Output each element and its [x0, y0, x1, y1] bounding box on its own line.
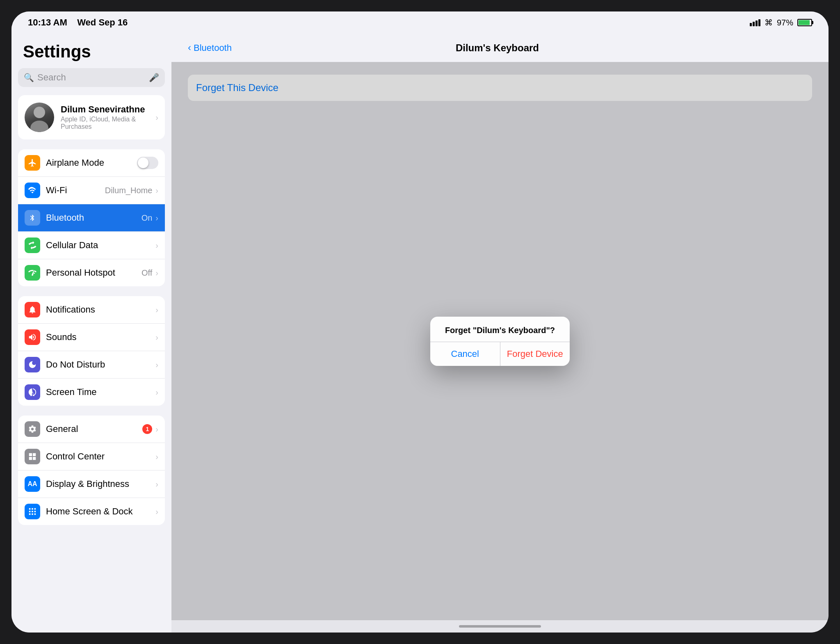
svg-rect-5	[29, 511, 31, 512]
sidebar-item-wifi[interactable]: Wi-Fi Dilum_Home ›	[18, 177, 165, 204]
homescreen-chevron: ›	[155, 507, 158, 516]
search-icon: 🔍	[24, 73, 34, 82]
signal-icon	[750, 19, 760, 26]
hotspot-label: Personal Hotspot	[46, 267, 142, 278]
wifi-label: Wi-Fi	[46, 185, 105, 196]
hotspot-icon	[25, 265, 40, 281]
notifications-icon	[25, 302, 40, 317]
sidebar-item-display[interactable]: AA Display & Brightness ›	[18, 470, 165, 498]
svg-rect-6	[32, 511, 33, 512]
notifications-label: Notifications	[46, 304, 155, 315]
bluetooth-chevron: ›	[155, 213, 158, 223]
sidebar-item-donotdisturb[interactable]: Do Not Disturb ›	[18, 351, 165, 379]
wifi-chevron: ›	[155, 186, 158, 195]
wifi-icon: ⌘	[765, 18, 773, 27]
wifi-value: Dilum_Home	[105, 186, 153, 195]
donotdisturb-label: Do Not Disturb	[46, 359, 155, 370]
status-bar: 10:13 AM Wed Sep 16 ⌘ 97%	[11, 11, 829, 34]
wifi-settings-icon	[25, 183, 40, 198]
microphone-icon[interactable]: 🎤	[149, 73, 159, 82]
controlcenter-label: Control Center	[46, 451, 155, 462]
sidebar-item-airplane-mode[interactable]: Airplane Mode	[18, 149, 165, 177]
display-label: Display & Brightness	[46, 479, 155, 489]
general-icon	[25, 421, 40, 437]
profile-chevron: ›	[155, 113, 158, 122]
bluetooth-label: Bluetooth	[46, 212, 142, 223]
status-time: 10:13 AM	[28, 17, 67, 27]
ipad-frame: 10:13 AM Wed Sep 16 ⌘ 97%	[0, 0, 840, 644]
back-chevron-icon: ‹	[188, 42, 191, 53]
sidebar-item-notifications[interactable]: Notifications ›	[18, 296, 165, 324]
screentime-label: Screen Time	[46, 387, 155, 397]
airplane-mode-icon	[25, 155, 40, 171]
display-icon: AA	[25, 476, 40, 492]
sounds-icon	[25, 329, 40, 345]
homescreen-icon	[25, 504, 40, 519]
status-date: Wed Sep 16	[77, 17, 128, 27]
svg-rect-8	[29, 514, 31, 515]
home-indicator	[171, 620, 829, 633]
battery-percent: 97%	[777, 18, 793, 27]
svg-rect-10	[34, 514, 36, 515]
sidebar-item-controlcenter[interactable]: Control Center ›	[18, 443, 165, 470]
dialog-cancel-button[interactable]: Cancel	[430, 342, 500, 366]
hotspot-value: Off	[142, 268, 152, 278]
profile-subtitle: Apple ID, iCloud, Media & Purchases	[61, 116, 149, 130]
forget-dialog: Forget "Dilum's Keyboard"? Cancel Forget…	[430, 317, 570, 366]
dialog-overlay: Forget "Dilum's Keyboard"? Cancel Forget…	[171, 62, 829, 620]
page-title: Dilum's Keyboard	[232, 42, 763, 54]
svg-rect-4	[34, 508, 36, 510]
sidebar-item-screentime[interactable]: Screen Time ›	[18, 379, 165, 406]
profile-section[interactable]: Dilum Senevirathne Apple ID, iCloud, Med…	[18, 95, 165, 139]
right-header: ‹ Bluetooth Dilum's Keyboard	[171, 34, 829, 62]
profile-name: Dilum Senevirathne	[61, 104, 149, 115]
sidebar-item-sounds[interactable]: Sounds ›	[18, 324, 165, 351]
back-button[interactable]: ‹ Bluetooth	[188, 42, 232, 53]
cellular-chevron: ›	[155, 241, 158, 250]
general-chevron: ›	[155, 425, 158, 434]
settings-group-connectivity: Airplane Mode Wi-Fi Dilum_Ho	[18, 149, 165, 286]
settings-group-system: Notifications › Sounds ›	[18, 296, 165, 406]
sidebar-title: Settings	[11, 34, 171, 68]
battery-icon	[797, 19, 812, 26]
home-bar	[459, 625, 541, 628]
back-label: Bluetooth	[194, 43, 232, 53]
donotdisturb-chevron: ›	[155, 360, 158, 370]
hotspot-chevron: ›	[155, 268, 158, 278]
sidebar: Settings 🔍 Search 🎤	[11, 34, 171, 633]
dialog-buttons: Cancel Forget Device	[430, 342, 570, 366]
sidebar-item-general[interactable]: General 1 ›	[18, 416, 165, 443]
cellular-label: Cellular Data	[46, 240, 155, 251]
homescreen-label: Home Screen & Dock	[46, 506, 155, 517]
controlcenter-icon	[25, 449, 40, 464]
sounds-chevron: ›	[155, 333, 158, 342]
svg-point-1	[30, 121, 48, 132]
general-label: General	[46, 424, 142, 434]
svg-rect-2	[29, 508, 31, 510]
svg-point-0	[34, 107, 45, 118]
airplane-mode-label: Airplane Mode	[46, 158, 137, 168]
search-bar[interactable]: 🔍 Search 🎤	[18, 68, 165, 87]
svg-rect-3	[32, 508, 33, 510]
dialog-forget-button[interactable]: Forget Device	[500, 342, 570, 366]
sidebar-item-homescreen[interactable]: Home Screen & Dock ›	[18, 498, 165, 525]
main-content: Settings 🔍 Search 🎤	[11, 34, 829, 633]
airplane-mode-toggle[interactable]	[137, 157, 158, 169]
dialog-title: Forget "Dilum's Keyboard"?	[430, 317, 570, 342]
status-icons: ⌘ 97%	[750, 18, 812, 27]
sidebar-item-cellular[interactable]: Cellular Data ›	[18, 232, 165, 259]
bluetooth-value: On	[142, 213, 153, 223]
donotdisturb-icon	[25, 357, 40, 372]
right-panel: ‹ Bluetooth Dilum's Keyboard Forget This…	[171, 34, 829, 633]
right-content: Forget This Device Forget "Dilum's Keybo…	[171, 62, 829, 620]
screentime-icon	[25, 384, 40, 400]
settings-group-device: General 1 › Control Center ›	[18, 416, 165, 525]
sidebar-item-bluetooth[interactable]: Bluetooth On ›	[18, 204, 165, 232]
screen: 10:13 AM Wed Sep 16 ⌘ 97%	[11, 11, 829, 633]
svg-rect-9	[32, 514, 33, 515]
bluetooth-icon	[25, 210, 40, 226]
sidebar-item-hotspot[interactable]: Personal Hotspot Off ›	[18, 259, 165, 286]
notifications-chevron: ›	[155, 305, 158, 315]
controlcenter-chevron: ›	[155, 452, 158, 461]
svg-rect-7	[34, 511, 36, 512]
